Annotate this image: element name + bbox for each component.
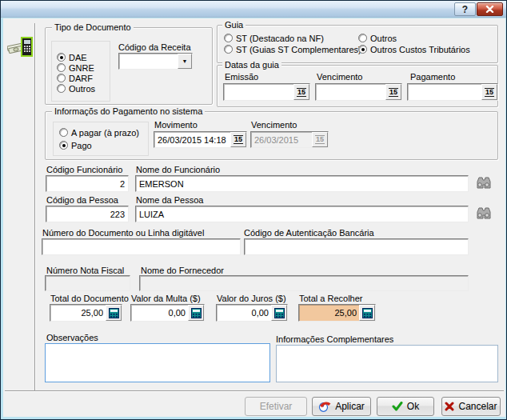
aplicar-button[interactable]: Aplicar [312, 397, 371, 416]
search-pessoa-button[interactable] [475, 207, 492, 222]
codigo-pessoa-label: Código da Pessoa [46, 195, 118, 205]
radio-pago[interactable]: Pago [59, 140, 92, 150]
radio-indicator [224, 34, 233, 42]
radio-gnre[interactable]: GNRE [57, 62, 94, 73]
calendar-button[interactable]: 15 [385, 84, 401, 100]
payment-calculator-icon [7, 35, 34, 59]
movimento-label: Movimento [154, 120, 198, 130]
nome-pessoa-input[interactable] [136, 206, 468, 222]
codigo-autenticacao-field[interactable] [244, 238, 469, 255]
calculator-button[interactable] [271, 305, 287, 321]
radio-darf[interactable]: DARF [57, 73, 93, 83]
observacoes-label: Observações [46, 333, 98, 342]
efetivar-button[interactable]: Efetivar [245, 397, 307, 416]
group-title: Datas da guia [222, 60, 281, 70]
nome-funcionario-label: Nome do Funcionário [136, 165, 220, 174]
movimento-input[interactable] [154, 132, 230, 147]
horizontal-divider [5, 390, 504, 392]
codigo-funcionario-input[interactable] [46, 176, 128, 191]
emissao-input[interactable] [224, 84, 293, 100]
valor-multa-input[interactable] [131, 305, 188, 321]
calculator-icon [109, 308, 119, 318]
codigo-autenticacao-input[interactable] [245, 239, 468, 254]
codigo-pessoa-field[interactable] [46, 206, 129, 222]
chevron-down-icon: ▼ [182, 58, 188, 64]
nome-funcionario-field[interactable] [135, 175, 469, 192]
help-button[interactable]: ? [454, 2, 476, 16]
radio-a-pagar[interactable]: A pagar (à prazo) [59, 127, 139, 138]
codigo-receita-input[interactable] [119, 54, 178, 69]
pagamento-input[interactable] [408, 84, 481, 100]
ok-button[interactable]: Ok [377, 397, 434, 416]
search-funcionario-button[interactable] [475, 177, 492, 191]
apply-icon [318, 401, 331, 412]
numero-documento-input[interactable] [42, 239, 240, 254]
nome-fornecedor-label: Nome do Fornecedor [141, 266, 224, 275]
codigo-receita-combobox[interactable]: ▼ [118, 53, 193, 70]
nome-funcionario-input[interactable] [136, 176, 468, 191]
valor-juros-input[interactable] [217, 305, 271, 321]
total-recolher-label: Total a Recolher [299, 294, 363, 303]
total-documento-field[interactable] [50, 304, 122, 322]
vencimento-sistema-input [251, 132, 312, 147]
radio-outros-doc[interactable]: Outros [57, 83, 95, 94]
cancelar-button[interactable]: Cancelar [441, 397, 501, 416]
calculator-button[interactable] [359, 305, 375, 321]
calculator-button[interactable] [106, 305, 122, 321]
radio-dae[interactable]: DAE [57, 52, 87, 62]
group-title: Guia [222, 20, 246, 30]
radio-st-complementares[interactable]: ST (Guias ST Complementares) [224, 44, 361, 54]
numero-documento-field[interactable] [42, 238, 241, 255]
total-recolher-field[interactable] [298, 304, 376, 322]
calendar-button[interactable]: 15 [293, 84, 309, 100]
vencimento-guia-input[interactable] [316, 84, 385, 100]
pagamento-field[interactable]: 15 [407, 83, 498, 101]
calculator-button[interactable] [188, 305, 204, 321]
valor-multa-field[interactable] [130, 304, 205, 322]
pagamento-label: Pagamento [410, 72, 455, 82]
calculator-icon [362, 308, 373, 318]
codigo-funcionario-field[interactable] [46, 175, 129, 192]
radio-st-destacado[interactable]: ST (Destacado na NF) [224, 33, 324, 43]
nome-fornecedor-input [140, 276, 468, 290]
informacoes-complementares-field[interactable] [276, 345, 498, 382]
valor-juros-field[interactable] [216, 304, 288, 322]
group-title: Informaçõs do Pagamento no sistema [52, 106, 205, 116]
radio-label: DARF [69, 74, 93, 83]
observacoes-field[interactable] [45, 343, 270, 382]
codigo-autenticacao-label: Código de Autenticação Bancária [244, 228, 374, 238]
radio-indicator [57, 84, 66, 93]
total-recolher-input[interactable] [299, 305, 359, 321]
payment-dialog-window: ? Tipo de Documento [0, 0, 507, 420]
calendar-button[interactable]: 15 [230, 132, 246, 147]
calendar-button[interactable]: 15 [481, 84, 497, 100]
numero-nota-fiscal-input [46, 276, 130, 290]
numero-nota-fiscal-label: Número Nota Fiscal [46, 266, 124, 275]
calendar-icon: 15 [389, 88, 398, 97]
calendar-icon: 15 [485, 88, 494, 97]
informacoes-complementares-textarea[interactable] [277, 346, 497, 382]
total-documento-input[interactable] [50, 305, 106, 321]
vencimento-guia-field[interactable]: 15 [315, 83, 402, 101]
button-label: Aplicar [335, 401, 365, 412]
codigo-pessoa-input[interactable] [46, 206, 128, 222]
observacoes-textarea[interactable] [46, 344, 269, 382]
numero-nota-fiscal-field [45, 275, 130, 291]
radio-indicator [224, 45, 233, 54]
nome-pessoa-field[interactable] [135, 206, 469, 222]
radio-outros-custos[interactable]: Outros Custos Tributários [358, 44, 470, 54]
movimento-field[interactable]: 15 [154, 131, 247, 148]
emissao-field[interactable]: 15 [223, 83, 310, 101]
close-button[interactable] [477, 2, 503, 16]
binoculars-icon [475, 207, 492, 219]
combo-dropdown-button[interactable]: ▼ [178, 54, 192, 69]
radio-outros-guia[interactable]: Outros [358, 33, 397, 43]
nome-fornecedor-field [139, 275, 469, 291]
dialog-content: Tipo de Documento DAE GNRE DARF Outros C… [3, 18, 505, 417]
titlebar[interactable]: ? [1, 1, 506, 18]
informacoes-complementares-label: Informações Complementares [276, 334, 393, 344]
help-icon: ? [462, 4, 468, 15]
radio-label: Pago [71, 141, 92, 150]
radio-indicator [358, 45, 367, 54]
radio-indicator [358, 34, 367, 42]
